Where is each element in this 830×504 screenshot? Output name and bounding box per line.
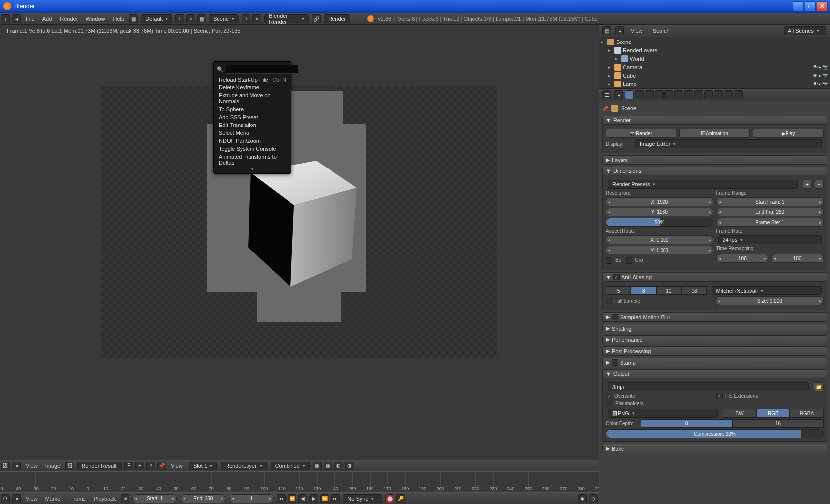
panel-header-bake[interactable]: ▶ Bake <box>602 444 827 453</box>
search-result-item[interactable]: Animated Transforms to Deltas <box>214 153 291 167</box>
segment-option[interactable]: BW <box>723 409 756 418</box>
tab-render[interactable] <box>625 90 634 99</box>
window-close-button[interactable]: ✕ <box>817 1 828 11</box>
preset-add-button[interactable]: + <box>803 180 812 189</box>
current-frame-field[interactable]: 1 <box>229 494 274 503</box>
pin-icon[interactable]: 📌 <box>602 106 608 111</box>
play-button[interactable]: ▶ Play <box>753 129 824 138</box>
segment-option[interactable]: 8 <box>641 419 732 428</box>
search-result-item[interactable]: Delete Keyframe <box>214 84 291 91</box>
keyframe-prev-icon[interactable]: ⏪ <box>288 494 296 503</box>
remap-new-field[interactable]: 100 <box>771 254 824 263</box>
compression-field[interactable]: Compression: 90% <box>606 429 824 438</box>
fake-user-button[interactable]: F <box>124 462 133 470</box>
image-viewport[interactable]: 🔍 Reload Start-Up FileCtrl NDelete Keyfr… <box>0 25 599 460</box>
screen-layout-select[interactable]: Default <box>141 14 172 23</box>
tab-render-layers[interactable] <box>635 90 644 99</box>
display-select[interactable]: Image Editor <box>635 139 822 148</box>
segment-option[interactable]: 8 <box>631 286 656 295</box>
menu-view[interactable]: View <box>22 496 42 502</box>
aspect-x-field[interactable]: X: 1.000 <box>606 235 713 244</box>
scene-add-button[interactable]: + <box>242 14 250 23</box>
tab-material[interactable] <box>704 90 713 99</box>
menu-marker[interactable]: Marker <box>42 496 66 502</box>
keyframe-next-icon[interactable]: ⏩ <box>320 494 329 503</box>
jump-end-icon[interactable]: ⏭ <box>331 494 340 503</box>
draw-channel-icon[interactable]: ◑ <box>345 462 354 470</box>
output-path-field[interactable]: /tmp\ <box>608 382 809 391</box>
panel-header-smb[interactable]: ▶ Sampled Motion Blur <box>602 312 827 322</box>
menu-file[interactable]: File <box>22 16 39 22</box>
draw-channel-icon[interactable]: ◐ <box>334 462 343 470</box>
border-checkbox[interactable] <box>606 257 612 264</box>
panel-header-render[interactable]: ▼ Render <box>602 116 827 125</box>
image-name-field[interactable]: Render Result <box>77 462 122 470</box>
panel-header-aa[interactable]: ▼ Anti-Aliasing <box>602 272 827 282</box>
search-result-item[interactable]: Edit Translation <box>214 121 291 129</box>
aa-samples-segmented[interactable]: 581116 <box>606 286 707 295</box>
sync-mode-select[interactable]: No Sync <box>343 494 382 503</box>
preset-remove-button[interactable]: − <box>815 180 824 189</box>
outliner-item[interactable]: ▸Scene <box>601 38 828 46</box>
color-mode-segmented[interactable]: BWRGBRGBA <box>723 409 824 418</box>
tab-object[interactable] <box>664 90 673 99</box>
start-frame-field[interactable]: Start: 1 <box>132 494 177 503</box>
segment-option[interactable]: RGB <box>756 409 790 418</box>
key-insert-icon[interactable]: ◆ <box>578 494 587 503</box>
remap-old-field[interactable]: 100 <box>716 254 769 263</box>
render-engine-select[interactable]: Blender Render <box>264 14 309 23</box>
collapse-menu-icon[interactable]: ◂ <box>614 90 623 99</box>
menu-help[interactable]: Help <box>109 16 128 22</box>
window-minimize-button[interactable]: _ <box>793 1 804 11</box>
menu-view[interactable]: View <box>22 463 42 469</box>
menu-playback[interactable]: Playback <box>90 496 120 502</box>
jump-start-icon[interactable]: ⏮ <box>277 494 286 503</box>
outliner-item[interactable]: ▸Cube👁▸📷 <box>601 71 828 80</box>
play-icon[interactable]: ▶ <box>309 494 318 503</box>
collapse-menu-icon[interactable]: ◂ <box>12 462 21 470</box>
tab-physics[interactable] <box>734 90 743 99</box>
menu-window[interactable]: Window <box>82 16 109 22</box>
render-button[interactable]: 📷 Render <box>606 129 676 138</box>
panel-header-performance[interactable]: ▶ Performance <box>602 335 827 344</box>
layout-split-icon[interactable]: ▦ <box>129 14 138 23</box>
editor-type-icon[interactable]: i <box>1 14 10 23</box>
stamp-enable-checkbox[interactable] <box>612 359 618 366</box>
scene-select[interactable]: Scene <box>209 14 239 23</box>
filter-size-field[interactable]: Size: 1.000 <box>716 296 824 305</box>
collapse-menu-icon[interactable]: ◂ <box>12 14 21 23</box>
image-add-button[interactable]: + <box>135 462 144 470</box>
tab-texture[interactable] <box>714 90 723 99</box>
tab-data[interactable] <box>694 90 703 99</box>
pin-icon[interactable]: 📌 <box>157 462 166 470</box>
end-frame-field[interactable]: End: 250 <box>181 494 225 503</box>
editor-type-icon[interactable]: ☰ <box>602 90 611 99</box>
outliner-item[interactable]: ▸Camera👁▸📷 <box>601 63 828 71</box>
scene-remove-button[interactable]: × <box>252 14 261 23</box>
search-result-item[interactable]: Select Menu <box>214 129 291 137</box>
segment-option[interactable]: 16 <box>681 286 706 295</box>
outliner-item[interactable]: ▸RenderLayers <box>601 46 828 54</box>
tab-modifiers[interactable] <box>684 90 693 99</box>
search-result-item[interactable]: Toggle System Console <box>214 145 291 153</box>
menu-image[interactable]: Image <box>42 463 65 469</box>
menu-search[interactable]: Search <box>649 28 674 34</box>
aspect-y-field[interactable]: Y: 1.000 <box>606 246 713 254</box>
segment-option[interactable]: RGBA <box>790 409 824 418</box>
render-layer-select[interactable]: RenderLayer <box>221 462 267 470</box>
panel-header-dimensions[interactable]: ▼ Dimensions <box>602 167 827 175</box>
panel-header-shading[interactable]: ▶ Shading <box>602 324 827 333</box>
aa-enable-checkbox[interactable] <box>613 274 620 280</box>
aa-filter-select[interactable]: Mitchell-Netravali <box>712 286 822 295</box>
outliner-item[interactable]: ▸Lamp👁▸📷 <box>601 80 828 88</box>
animation-button[interactable]: 🎞 Animation <box>679 129 750 138</box>
search-result-item[interactable]: To Sphere <box>214 105 291 113</box>
search-result-item[interactable]: Extrude and Move on Normals <box>214 91 291 105</box>
resolution-x-field[interactable]: X: 1920 <box>606 197 713 206</box>
draw-channel-icon[interactable]: ▦ <box>313 462 322 470</box>
full-sample-checkbox[interactable] <box>606 298 612 304</box>
panel-header-post[interactable]: ▶ Post Processing <box>602 346 827 356</box>
menu-add[interactable]: Add <box>39 16 56 22</box>
collapse-menu-icon[interactable]: ◂ <box>12 494 21 503</box>
editor-type-icon[interactable]: ⏱ <box>1 494 10 503</box>
